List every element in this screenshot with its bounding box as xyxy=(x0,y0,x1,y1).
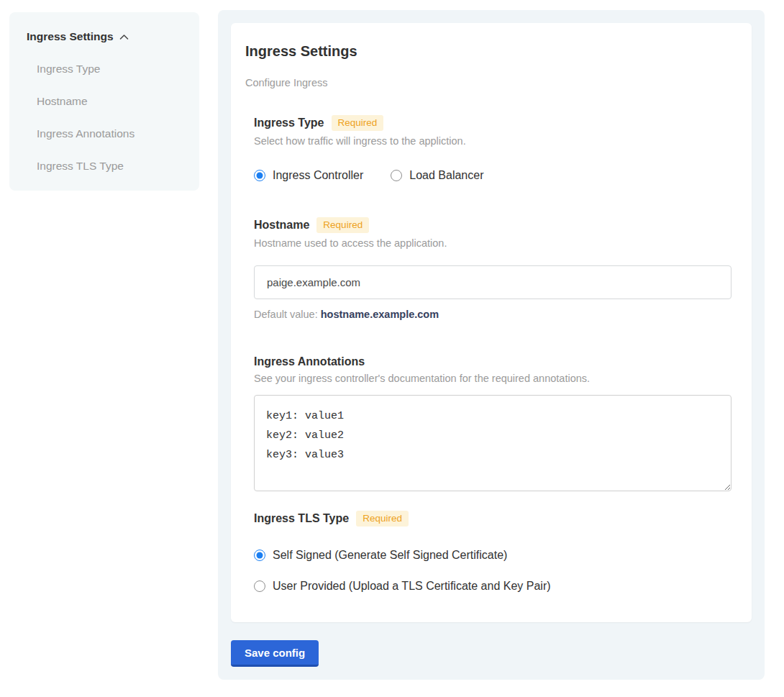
ingress-settings-card: Ingress Settings Configure Ingress Ingre… xyxy=(231,23,752,622)
sidebar-group-label: Ingress Settings xyxy=(27,30,114,43)
ingress-tls-type-label: Ingress TLS Type xyxy=(254,512,349,525)
radio-unselected-icon xyxy=(254,580,265,592)
sidebar-group-ingress-settings[interactable]: Ingress Settings xyxy=(27,30,185,43)
radio-user-provided[interactable]: User Provided (Upload a TLS Certificate … xyxy=(254,580,729,593)
sidebar-item-hostname[interactable]: Hostname xyxy=(37,95,185,108)
radio-self-signed[interactable]: Self Signed (Generate Self Signed Certif… xyxy=(254,549,729,562)
sidebar-item-list: Ingress Type Hostname Ingress Annotation… xyxy=(27,63,185,173)
radio-user-provided-label: User Provided (Upload a TLS Certificate … xyxy=(273,580,551,593)
radio-ingress-controller-label: Ingress Controller xyxy=(273,169,363,182)
radio-selected-icon xyxy=(254,170,265,181)
save-config-button[interactable]: Save config xyxy=(231,640,319,667)
radio-load-balancer[interactable]: Load Balancer xyxy=(391,169,483,182)
section-ingress-annotations: Ingress Annotations See your ingress con… xyxy=(254,355,729,494)
section-ingress-type: Ingress Type Required Select how traffic… xyxy=(254,115,729,182)
radio-ingress-controller[interactable]: Ingress Controller xyxy=(254,169,363,182)
ingress-annotations-help-text: See your ingress controller's documentat… xyxy=(254,373,729,384)
sidebar-item-ingress-annotations[interactable]: Ingress Annotations xyxy=(37,127,185,140)
ingress-type-help-text: Select how traffic will ingress to the a… xyxy=(254,135,729,147)
hostname-help-text: Hostname used to access the application. xyxy=(254,237,729,249)
hostname-input[interactable] xyxy=(254,265,731,299)
config-main-panel: Ingress Settings Configure Ingress Ingre… xyxy=(218,10,765,680)
config-nav-sidebar: Ingress Settings Ingress Type Hostname I… xyxy=(9,12,199,191)
required-badge: Required xyxy=(356,511,409,527)
section-ingress-tls-type: Ingress TLS Type Required Self Signed (G… xyxy=(254,511,729,593)
radio-load-balancer-label: Load Balancer xyxy=(409,169,483,182)
section-hostname: Hostname Required Hostname used to acces… xyxy=(254,217,729,320)
config-page: Ingress Settings Ingress Type Hostname I… xyxy=(0,0,784,697)
required-badge: Required xyxy=(316,217,369,233)
default-value-text[interactable]: hostname.example.com xyxy=(321,309,439,320)
required-badge: Required xyxy=(332,115,384,131)
sidebar-item-ingress-tls-type[interactable]: Ingress TLS Type xyxy=(37,160,185,173)
radio-self-signed-label: Self Signed (Generate Self Signed Certif… xyxy=(273,549,507,562)
page-title: Ingress Settings xyxy=(245,43,729,60)
hostname-label: Hostname xyxy=(254,219,309,232)
ingress-type-radio-group: Ingress Controller Load Balancer xyxy=(254,169,729,182)
sidebar-item-ingress-type[interactable]: Ingress Type xyxy=(37,63,185,76)
radio-unselected-icon xyxy=(391,170,402,181)
default-value-prefix: Default value: xyxy=(254,309,318,320)
ingress-type-label: Ingress Type xyxy=(254,117,324,129)
chevron-up-icon xyxy=(119,34,129,40)
hostname-default-line: Default value: hostname.example.com xyxy=(254,309,729,320)
radio-selected-icon xyxy=(254,550,265,561)
ingress-annotations-label: Ingress Annotations xyxy=(254,355,365,368)
ingress-annotations-textarea[interactable]: key1: value1 key2: value2 key3: value3 xyxy=(254,395,731,491)
ingress-tls-radio-group: Self Signed (Generate Self Signed Certif… xyxy=(254,549,729,593)
page-subtitle: Configure Ingress xyxy=(245,77,729,88)
